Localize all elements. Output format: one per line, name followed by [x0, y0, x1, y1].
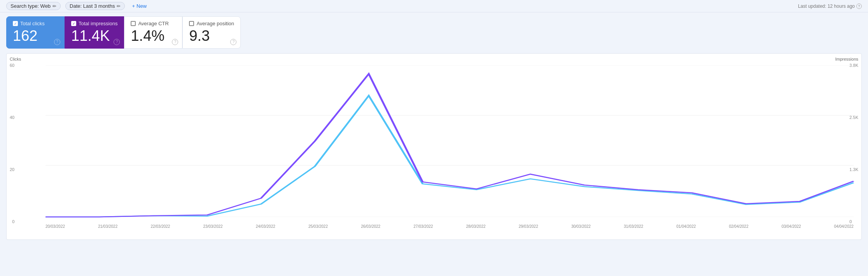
clicks-line: [46, 96, 854, 217]
x-label-14: 03/04/2022: [782, 224, 801, 229]
chart-svg: [46, 65, 854, 217]
total-impressions-checkbox[interactable]: ✓: [71, 21, 76, 26]
search-type-edit-icon[interactable]: ✏: [52, 3, 56, 9]
x-label-11: 31/03/2022: [624, 224, 643, 229]
date-label: Date: Last 3 months: [70, 3, 115, 9]
total-impressions-card[interactable]: ✓ Total impressions 11.4K ?: [65, 16, 124, 49]
y-axis-left-title: Clicks: [10, 57, 21, 61]
y-left-label-40: 40: [10, 115, 14, 120]
x-label-13: 02/04/2022: [729, 224, 748, 229]
help-circle-icon: ?: [856, 3, 862, 9]
average-position-value: 9.3: [189, 28, 234, 44]
y-axis-left-labels: 60 40 20 0: [10, 63, 14, 224]
y-left-label-60: 60: [10, 63, 14, 68]
average-ctr-value: 1.4%: [131, 28, 176, 44]
x-label-15: 04/04/2022: [834, 224, 854, 229]
average-position-card[interactable]: Average position 9.3 ?: [182, 16, 241, 49]
x-axis-labels: 20/03/2022 21/03/2022 22/03/2022 23/03/2…: [46, 224, 854, 229]
x-label-3: 23/03/2022: [203, 224, 223, 229]
last-updated: Last updated: 12 hours ago ?: [798, 3, 862, 9]
new-button[interactable]: + New: [130, 2, 149, 10]
x-label-12: 01/04/2022: [676, 224, 696, 229]
chart-area: Clicks Impressions 60 40 20 0 3.8K 2.5K …: [6, 53, 862, 240]
date-edit-icon[interactable]: ✏: [117, 3, 121, 9]
total-clicks-label: Total clicks: [20, 21, 45, 26]
last-updated-text: Last updated: 12 hours ago: [798, 3, 855, 9]
x-label-0: 20/03/2022: [46, 224, 65, 229]
top-bar-filters: Search type: Web ✏ Date: Last 3 months ✏…: [6, 2, 149, 10]
y-right-label-0: 0: [849, 219, 852, 224]
search-type-label: Search type: Web: [10, 3, 51, 9]
search-type-filter[interactable]: Search type: Web ✏: [6, 2, 61, 10]
y-left-label-0: 0: [12, 219, 14, 224]
total-clicks-card[interactable]: ✓ Total clicks 162 ?: [6, 16, 65, 49]
average-ctr-help-icon[interactable]: ?: [172, 39, 178, 45]
total-clicks-value: 162: [13, 28, 58, 44]
x-label-5: 25/03/2022: [308, 224, 328, 229]
total-clicks-checkbox[interactable]: ✓: [13, 21, 18, 26]
total-impressions-help-icon[interactable]: ?: [114, 39, 120, 45]
plus-icon: +: [132, 3, 135, 9]
y-left-label-20: 20: [10, 167, 14, 172]
total-impressions-label: Total impressions: [79, 21, 117, 26]
impressions-line: [46, 74, 854, 217]
average-position-label: Average position: [196, 21, 234, 26]
average-ctr-label-row: Average CTR: [131, 21, 176, 26]
x-label-6: 26/03/2022: [361, 224, 380, 229]
date-filter[interactable]: Date: Last 3 months ✏: [65, 2, 125, 10]
y-axis-right-title: Impressions: [835, 57, 858, 61]
average-position-label-row: Average position: [189, 21, 234, 26]
total-clicks-label-row: ✓ Total clicks: [13, 21, 58, 26]
x-label-8: 28/03/2022: [466, 224, 486, 229]
metrics-row: ✓ Total clicks 162 ? ✓ Total impressions…: [0, 12, 868, 49]
average-ctr-card[interactable]: Average CTR 1.4% ?: [124, 16, 182, 49]
total-impressions-value: 11.4K: [71, 28, 117, 44]
average-ctr-label: Average CTR: [138, 21, 169, 26]
x-label-4: 24/03/2022: [256, 224, 275, 229]
new-button-label: New: [136, 3, 147, 9]
average-position-help-icon[interactable]: ?: [230, 39, 236, 45]
x-label-2: 22/03/2022: [150, 224, 170, 229]
x-label-1: 21/03/2022: [98, 224, 117, 229]
x-label-9: 29/03/2022: [519, 224, 538, 229]
average-position-checkbox[interactable]: [189, 21, 194, 26]
total-impressions-label-row: ✓ Total impressions: [71, 21, 117, 26]
total-clicks-help-icon[interactable]: ?: [54, 39, 60, 45]
average-ctr-checkbox[interactable]: [131, 21, 136, 26]
x-label-7: 27/03/2022: [413, 224, 433, 229]
top-bar: Search type: Web ✏ Date: Last 3 months ✏…: [0, 0, 868, 12]
x-label-10: 30/03/2022: [571, 224, 591, 229]
chart-inner: 20/03/2022 21/03/2022 22/03/2022 23/03/2…: [46, 65, 854, 217]
